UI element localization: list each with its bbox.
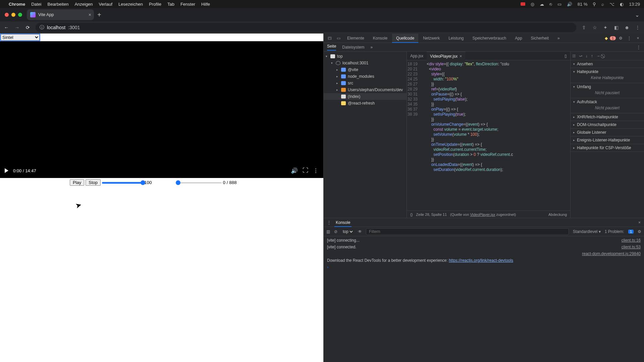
event-bp-section[interactable]: Ereignis-Listener-Haltepunkte	[571, 136, 644, 144]
menu-anzeigen[interactable]: Anzeigen	[74, 2, 93, 7]
scope-section[interactable]: UmfangNicht pausiert	[571, 83, 644, 98]
editor-tab-close-icon[interactable]: ×	[460, 54, 462, 59]
debugger-stepin-icon[interactable]: ↓	[586, 54, 588, 58]
inspect-element-icon[interactable]: ⮹	[326, 36, 334, 41]
xhr-bp-section[interactable]: XHR/fetch-Haltepunkte	[571, 113, 644, 121]
tree-host[interactable]: ▾localhost:3001	[324, 60, 407, 66]
volume-slider[interactable]	[102, 180, 143, 185]
menu-fenster[interactable]: Fenster	[180, 2, 195, 7]
callstack-section[interactable]: AufrufstackNicht pausiert	[571, 98, 644, 113]
debugger-step-icon[interactable]: →	[596, 54, 600, 58]
devtools-tab-elements[interactable]: Elemente	[343, 34, 368, 43]
sources-tab-filesystem[interactable]: Dateisystem	[342, 45, 364, 50]
csp-bp-section[interactable]: Haltepunkte für CSP-Verstöße	[571, 144, 644, 152]
sources-menu-icon[interactable]: ⋮	[637, 45, 641, 50]
devtools-tab-console[interactable]: Konsole	[369, 34, 391, 43]
tab-close-icon[interactable]: ×	[89, 12, 91, 17]
position-slider[interactable]	[178, 180, 222, 185]
back-button-icon[interactable]: ←	[3, 25, 9, 30]
devtools-tab-security[interactable]: Sicherheit	[527, 34, 553, 43]
sources-tab-page[interactable]: Seite	[327, 44, 336, 51]
devtools-tab-more[interactable]: »	[553, 34, 564, 43]
editor-sidebar-toggle-icon[interactable]: ▯	[561, 52, 570, 60]
code-lines[interactable]: <div style={{ display: "flex", flexDirec…	[420, 60, 570, 210]
sidepanel-icon[interactable]: ◧	[613, 25, 619, 30]
browser-tab[interactable]: Vite App ×	[27, 9, 94, 20]
window-zoom-button[interactable]	[18, 13, 22, 17]
reload-button-icon[interactable]: ⟳	[25, 25, 31, 30]
stop-button[interactable]: Stop	[86, 179, 101, 186]
spotlight-icon[interactable]: ⌕	[601, 2, 604, 7]
device-toolbar-icon[interactable]: ▭	[334, 36, 342, 41]
menu-tab[interactable]: Tab	[167, 2, 174, 7]
editor-tab-videoplayer[interactable]: VideoPlayer.jsx×	[427, 52, 465, 60]
console-sidebar-icon[interactable]: ▥	[326, 229, 330, 234]
tree-folder-node-modules[interactable]: ▸node_modules	[324, 73, 407, 80]
window-minimize-button[interactable]	[11, 13, 15, 17]
devtools-tab-sources[interactable]: Quellcode	[392, 34, 418, 43]
tree-folder-src[interactable]: ▸src	[324, 80, 407, 86]
extensions-icon[interactable]: ✦	[602, 25, 608, 30]
devtools-tab-network[interactable]: Netzwerk	[419, 34, 444, 43]
editor-tab-app[interactable]: App.jsx	[407, 52, 427, 60]
bookmark-icon[interactable]: ☆	[592, 25, 598, 30]
console-problems-badge[interactable]: 1	[628, 230, 634, 234]
menu-profile[interactable]: Profile	[149, 2, 161, 7]
console-context-select[interactable]: top	[341, 229, 354, 234]
drawer-close-icon[interactable]: ×	[638, 220, 641, 225]
devtools-close-icon[interactable]: ×	[634, 36, 642, 41]
tree-file-index[interactable]: (Index)	[324, 93, 407, 100]
devtools-tab-performance[interactable]: Leistung	[444, 34, 468, 43]
siri-icon[interactable]: ◐	[620, 2, 624, 7]
address-bar[interactable]: ⓘ localhost:3001	[36, 23, 576, 32]
debugger-stepover-icon[interactable]: ⤻	[579, 54, 582, 58]
menu-datei[interactable]: Datei	[31, 2, 41, 7]
drawer-tab-console[interactable]: Konsole	[334, 218, 352, 227]
debugger-resume-icon[interactable]: ▸⃓	[573, 54, 576, 58]
screen-record-icon[interactable]	[521, 2, 525, 6]
video-more-icon[interactable]: ⋮	[313, 167, 319, 174]
focus-icon[interactable]: ◎	[531, 2, 534, 7]
new-tab-button[interactable]: +	[97, 11, 101, 19]
devtools-tab-application[interactable]: App	[511, 34, 526, 43]
breakpoints-section[interactable]: HaltepunkteKeine Haltepunkte	[571, 68, 644, 83]
wifi-icon[interactable]: ⚲	[593, 2, 596, 7]
share-icon[interactable]: ⇪	[581, 25, 587, 30]
console-level-select[interactable]: Standardlevel ▾	[573, 229, 601, 234]
console-clear-icon[interactable]: ⊘	[334, 229, 337, 234]
video-fullscreen-icon[interactable]: ⛶	[303, 167, 308, 174]
tree-folder-users[interactable]: ▸Users/stephan/Documents/dev	[324, 86, 407, 93]
menu-hilfe[interactable]: Hilfe	[201, 2, 210, 7]
code-editor[interactable]: 18 19 20 21 22 23 24 25 26 27 28 29 30 3…	[407, 60, 570, 210]
console-filter-input[interactable]	[366, 228, 569, 235]
menu-verlauf[interactable]: Verlauf	[99, 2, 112, 7]
drawer-menu-icon[interactable]: ⋮	[327, 220, 331, 225]
dom-bp-section[interactable]: DOM-Umschaltpunkte	[571, 121, 644, 129]
volume-icon[interactable]: 🔊	[567, 2, 572, 7]
app-name[interactable]: Chrome	[9, 2, 25, 7]
brace-icon[interactable]: {}	[410, 213, 413, 217]
video-element[interactable]: 0:00 / 14:47 🔊 ⛶ ⋮	[0, 41, 323, 178]
display-icon[interactable]: ▭	[557, 2, 561, 7]
console-settings-icon[interactable]: ⚙	[638, 229, 641, 234]
devtools-error-badge[interactable]: 1	[610, 36, 616, 40]
console-problems-label[interactable]: 1 Problem:	[605, 229, 624, 234]
console-live-icon[interactable]: 👁	[358, 229, 362, 234]
devtools-settings-icon[interactable]: ⚙	[616, 36, 625, 41]
handoff-icon[interactable]: ⎋	[549, 2, 552, 7]
global-listeners-section[interactable]: Globale Listener	[571, 129, 644, 136]
tabs-menu-icon[interactable]: ⌄	[635, 12, 639, 18]
tree-file-react-refresh[interactable]: @react-refresh	[324, 100, 407, 107]
clock[interactable]: 13:29	[629, 2, 640, 7]
window-close-button[interactable]	[5, 13, 9, 17]
sources-tab-more[interactable]: »	[370, 45, 373, 50]
console-messages[interactable]: [vite] connecting...client.ts:16[vite] c…	[324, 236, 644, 362]
cloud-icon[interactable]: ☁︎	[540, 2, 544, 7]
devtools-tab-memory[interactable]: Speicherverbrauch	[469, 34, 511, 43]
video-select[interactable]: Sintel	[1, 34, 40, 41]
video-mute-icon[interactable]: 🔊	[291, 167, 298, 174]
play-button[interactable]: Play	[70, 179, 84, 186]
coverage-label[interactable]: Abdeckung	[548, 213, 567, 217]
tree-folder-vite[interactable]: ▸@vite	[324, 66, 407, 73]
devtools-issues-icon[interactable]: ◆	[605, 36, 608, 41]
